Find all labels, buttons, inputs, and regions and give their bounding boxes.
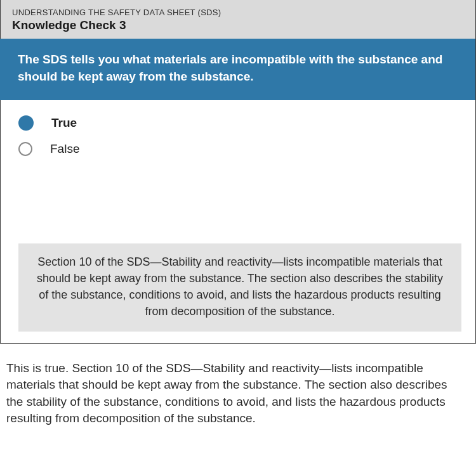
radio-unselected-icon (18, 142, 32, 156)
explanation-text: This is true. Section 10 of the SDS—Stab… (0, 344, 476, 434)
answer-label: False (50, 142, 79, 156)
page-title: Knowledge Check 3 (12, 18, 464, 32)
question-text: The SDS tells you what materials are inc… (0, 39, 475, 100)
quiz-card: UNDERSTANDING THE SAFETY DATA SHEET (SDS… (0, 0, 476, 344)
answer-label: True (51, 116, 77, 130)
answers-block: True False (1, 100, 475, 174)
radio-selected-icon (18, 115, 34, 131)
card-header: UNDERSTANDING THE SAFETY DATA SHEET (SDS… (1, 0, 475, 39)
module-eyebrow: UNDERSTANDING THE SAFETY DATA SHEET (SDS… (12, 8, 464, 17)
feedback-box: Section 10 of the SDS—Stability and reac… (18, 243, 461, 331)
answer-option-true[interactable]: True (17, 115, 458, 131)
answer-option-false[interactable]: False (17, 142, 458, 156)
